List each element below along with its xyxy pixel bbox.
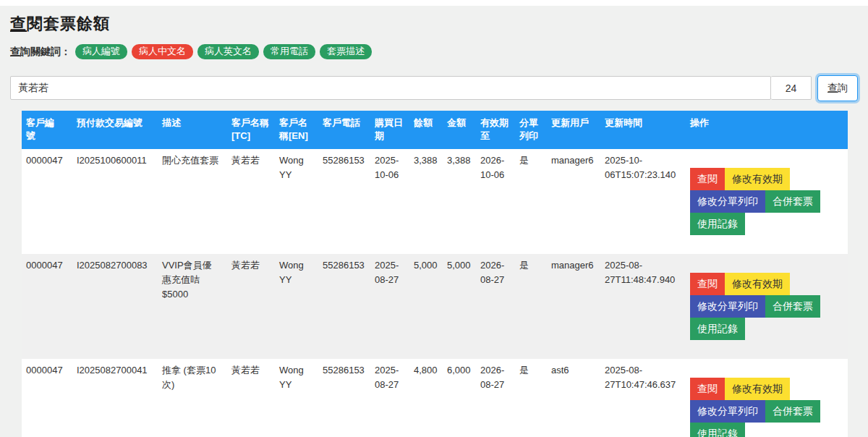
action-edit-split-print-button[interactable]: 修改分單列印 (690, 190, 765, 213)
page-content: 查閱套票餘額 查詢關鍵詞： 病人編號 病人中文名 病人英文名 常用電話 套票描述… (0, 6, 868, 437)
cell-amount: 3,388 (443, 149, 476, 254)
cell-name-tc: 黃若若 (227, 254, 275, 359)
action-usage-records-button[interactable]: 使用記錄 (690, 318, 745, 340)
action-usage-records-button[interactable]: 使用記錄 (690, 423, 745, 437)
cell-customer-id: 0000047 (22, 149, 72, 254)
keywords-label: 查詢關鍵詞： (10, 46, 71, 59)
action-view-button[interactable]: 查閱 (690, 168, 725, 190)
cell-split-print: 是 (515, 149, 547, 254)
page-title: 查閱套票餘額 (10, 13, 110, 35)
action-edit-validity-button[interactable]: 修改有效期 (725, 168, 790, 190)
cell-valid-until: 2026- 08-27 (476, 359, 515, 437)
col-header-customer-id: 客戶編 號 (22, 111, 72, 148)
cell-customer-id: 0000047 (22, 254, 72, 359)
actions-group: 查閱 修改有效期 修改分單列印 合併套票 使用記錄 (690, 168, 846, 235)
action-edit-split-print-button[interactable]: 修改分單列印 (690, 295, 765, 318)
cell-txn-id: I2025100600011 (72, 149, 158, 254)
keyword-badge-common-phone[interactable]: 常用電話 (263, 44, 315, 59)
cell-updated-at: 2025-08- 27T10:47:46.637 (600, 359, 686, 437)
col-header-purchase-date: 購買日 期 (370, 111, 409, 148)
cell-updated-by: ast6 (547, 359, 600, 437)
cell-balance: 3,388 (409, 149, 443, 254)
top-strip (0, 0, 868, 6)
action-merge-package-button[interactable]: 合併套票 (765, 190, 820, 213)
keyword-badge-package-description[interactable]: 套票描述 (320, 44, 372, 59)
col-header-prepay-txn-id: 預付款交易編號 (72, 111, 158, 148)
table-row: 0000047 I2025082700041 推拿 (套票10 次) 黃若若 W… (22, 359, 848, 437)
cell-txn-id: I2025082700083 (72, 254, 158, 359)
action-edit-validity-button[interactable]: 修改有效期 (725, 378, 790, 400)
action-merge-package-button[interactable]: 合併套票 (765, 400, 820, 423)
action-edit-split-print-button[interactable]: 修改分單列印 (690, 400, 765, 423)
table-row: 0000047 I2025082700083 VVIP會員優 惠充值咭 $500… (22, 254, 848, 359)
cell-updated-by: manager6 (547, 149, 600, 254)
cell-txn-id: I2025082700041 (72, 359, 158, 437)
cell-name-tc: 黃若若 (227, 149, 275, 254)
search-button[interactable]: 查詢 (817, 75, 858, 101)
search-input[interactable] (10, 76, 771, 100)
cell-customer-id: 0000047 (22, 359, 72, 437)
cell-updated-at: 2025-10- 06T15:07:23.140 (600, 149, 686, 254)
cell-description: VVIP會員優 惠充值咭 $5000 (158, 254, 227, 359)
cell-description: 開心充值套票 (158, 149, 227, 254)
cell-name-en: Wong YY (275, 359, 318, 437)
cell-valid-until: 2026- 08-27 (476, 254, 515, 359)
col-header-name-tc: 客戶名稱 [TC] (227, 111, 275, 148)
col-header-updated-by: 更新用戶 (547, 111, 600, 148)
cell-balance: 4,800 (409, 359, 443, 437)
cell-purchase-date: 2025- 08-27 (370, 254, 409, 359)
results-table-wrap: 客戶編 號 預付款交易編號 描述 客戶名稱 [TC] 客戶名 稱[EN] 客戶電… (22, 111, 858, 437)
cell-amount: 5,000 (443, 254, 476, 359)
cell-actions: 查閱 修改有效期 修改分單列印 合併套票 使用記錄 (686, 359, 848, 437)
cell-amount: 6,000 (443, 359, 476, 437)
action-usage-records-button[interactable]: 使用記錄 (690, 213, 745, 235)
search-row: 查詢 (10, 76, 858, 101)
cell-description: 推拿 (套票10 次) (158, 359, 227, 437)
action-view-button[interactable]: 查閱 (690, 378, 725, 400)
col-header-name-en: 客戶名 稱[EN] (275, 111, 318, 148)
actions-group: 查閱 修改有效期 修改分單列印 合併套票 使用記錄 (690, 378, 846, 437)
cell-name-en: Wong YY (275, 254, 318, 359)
keyword-badge-patient-id[interactable]: 病人編號 (75, 44, 127, 59)
action-view-button[interactable]: 查閱 (690, 273, 725, 295)
cell-balance: 5,000 (409, 254, 443, 359)
col-header-balance: 餘額 (409, 111, 443, 148)
col-header-updated-at: 更新時間 (600, 111, 686, 148)
col-header-description: 描述 (158, 111, 227, 148)
action-edit-validity-button[interactable]: 修改有效期 (725, 273, 790, 295)
col-header-actions: 操作 (686, 111, 848, 148)
col-header-phone: 客戶電話 (318, 111, 370, 148)
col-header-split-print: 分單 列印 (515, 111, 547, 148)
cell-phone: 55286153 (318, 149, 370, 254)
cell-phone: 55286153 (318, 359, 370, 437)
col-header-amount: 金額 (443, 111, 476, 148)
action-merge-package-button[interactable]: 合併套票 (765, 295, 820, 318)
table-header-row: 客戶編 號 預付款交易編號 描述 客戶名稱 [TC] 客戶名 稱[EN] 客戶電… (22, 111, 848, 148)
results-table: 客戶編 號 預付款交易編號 描述 客戶名稱 [TC] 客戶名 稱[EN] 客戶電… (22, 111, 848, 437)
cell-purchase-date: 2025- 10-06 (370, 149, 409, 254)
table-row: 0000047 I2025100600011 開心充值套票 黃若若 Wong Y… (22, 149, 848, 254)
col-header-valid-until: 有效期 至 (476, 111, 515, 148)
cell-split-print: 是 (515, 359, 547, 437)
keyword-badge-patient-chinese-name[interactable]: 病人中文名 (132, 44, 193, 59)
cell-name-en: Wong YY (275, 149, 318, 254)
keywords-row: 查詢關鍵詞： 病人編號 病人中文名 病人英文名 常用電話 套票描述 (10, 44, 858, 59)
cell-split-print: 是 (515, 254, 547, 359)
cell-purchase-date: 2025- 08-27 (370, 359, 409, 437)
page-size-input[interactable] (771, 76, 812, 100)
cell-actions: 查閱 修改有效期 修改分單列印 合併套票 使用記錄 (686, 149, 848, 254)
cell-name-tc: 黃若若 (227, 359, 275, 437)
cell-phone: 55286153 (318, 254, 370, 359)
keyword-badge-patient-english-name[interactable]: 病人英文名 (197, 44, 259, 59)
actions-group: 查閱 修改有效期 修改分單列印 合併套票 使用記錄 (690, 273, 846, 340)
cell-updated-by: manager6 (547, 254, 600, 359)
cell-actions: 查閱 修改有效期 修改分單列印 合併套票 使用記錄 (686, 254, 848, 359)
cell-updated-at: 2025-08- 27T11:48:47.940 (600, 254, 686, 359)
cell-valid-until: 2026- 10-06 (476, 149, 515, 254)
